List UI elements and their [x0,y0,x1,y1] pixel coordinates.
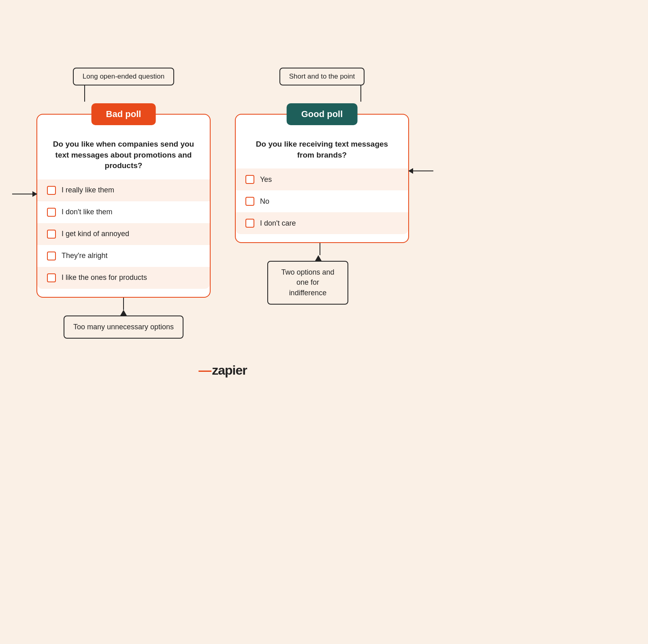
bad-checkbox-5[interactable] [47,273,56,282]
bad-poll-badge: Bad poll [92,103,156,125]
good-option-3: I don't care [236,212,408,234]
bad-option-3: I get kind of annoyed [37,223,210,245]
bad-poll-card: Bad poll Do you like when companies send… [36,114,211,298]
good-poll-card: Good poll Do you like receiving text mes… [235,114,409,243]
bad-checkbox-3[interactable] [47,230,56,239]
good-poll-badge: Good poll [287,103,358,125]
polls-area: Long open-ended question Bad poll [16,68,429,339]
bad-checkbox-2[interactable] [47,208,56,217]
bad-option-5: I like the ones for products [37,267,210,289]
zapier-logo: — zapier [198,363,247,378]
good-poll-annotation-box: Two options and one for indifference [267,261,348,305]
bad-poll-bottom-annotation: Too many unnecessary options [64,298,183,339]
good-poll-top-label-box: Short and to the point [279,68,365,85]
bad-option-2: I don't like them [37,201,210,223]
bad-option-4: They're alright [37,245,210,267]
zapier-wordmark: zapier [212,363,247,378]
main-container: Long open-ended question Bad poll [16,68,429,378]
bad-poll-options: I really like them I don't like them I g… [37,179,210,289]
good-option-1: Yes [236,168,408,190]
good-poll-column: Short and to the point Good poll [235,68,409,305]
bad-checkbox-4[interactable] [47,252,56,260]
bad-poll-annotation-box: Too many unnecessary options [64,316,183,339]
good-checkbox-2[interactable] [245,197,254,206]
good-poll-bottom-annotation: Two options and one for indifference [267,243,348,305]
good-checkbox-1[interactable] [245,175,254,184]
zapier-dash-icon: — [198,363,211,378]
bad-poll-column: Long open-ended question Bad poll [36,68,211,339]
bad-checkbox-1[interactable] [47,186,56,195]
good-option-2: No [236,190,408,212]
bad-poll-top-label-box: Long open-ended question [73,68,174,85]
good-poll-options: Yes No I don't care [236,168,408,234]
good-checkbox-3[interactable] [245,219,254,228]
bad-option-1: I really like them [37,179,210,201]
